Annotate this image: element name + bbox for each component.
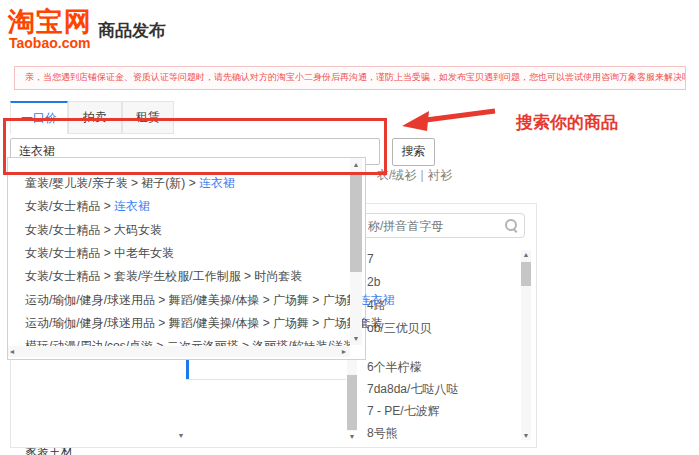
suggestion-item[interactable]: 女装/女士精品 > 中老年女装 [25,243,174,263]
suggestion-path: 女装/女士精品 > 中老年女装 [25,246,174,260]
tab-auction[interactable]: 拍卖 [68,101,122,134]
suggestion-highlight: 连衣裙 [114,199,150,213]
suggestion-item[interactable]: 童装/婴儿装/亲子装 > 裙子(新) > 连衣裙 [25,173,235,193]
scrollbar-thumb[interactable] [347,375,357,430]
suggestion-path: 运动/瑜伽/健身/球迷用品 > 舞蹈/健美操/体操 > 广场舞 > 广场舞套装 [25,316,383,330]
scrollbar-up-arrow[interactable]: ▲ [520,250,532,260]
suggestion-item[interactable]: 女装/女士精品 > 大码女装 [25,220,162,240]
scrollbar-down-arrow[interactable]: ▼ [175,431,187,441]
selected-category-underline [186,379,346,380]
annotation-label: 搜索你的商品 [516,111,618,134]
brand-item[interactable]: 7da8da/七哒八哒 [367,379,458,399]
dropdown-hscrollbar-track[interactable] [8,346,350,357]
suggestion-path: 模玩/动漫/周边/cos/桌游 > 二次元洛丽塔 > 洛丽塔/软妹装/洋装 [25,339,355,346]
scrollbar-left-arrow[interactable]: ◄ [6,347,18,357]
scrollbar-thumb[interactable] [521,262,531,286]
brand-item[interactable]: 6个半柠檬 [367,357,422,377]
suggestion-item[interactable]: 女装/女士精品 > 连衣裙 [25,196,150,216]
suggestion-path: 运动/瑜伽/健身/球迷用品 > 舞蹈/健美操/体操 > 广场舞 > 广场舞 [25,293,359,307]
brand-item[interactable]: 7 [367,249,374,269]
selected-category-indicator [186,357,189,380]
recent-category-links[interactable]: 衣/绒衫｜衬衫 [377,167,452,184]
suggestion-item[interactable]: 运动/瑜伽/健身/球迷用品 > 舞蹈/健美操/体操 > 广场舞 > 广场舞连衣裙 [25,290,395,310]
taobao-logo-domain[interactable]: Taobao.com [9,35,90,51]
suggestion-highlight: 连衣裙 [199,176,235,190]
scrollbar-down-arrow[interactable]: ▼ [350,334,362,344]
scrollbar-up-arrow[interactable]: ▲ [350,160,362,170]
suggestion-item[interactable]: 运动/瑜伽/健身/球迷用品 > 舞蹈/健美操/体操 > 广场舞 > 广场舞套装 [25,313,383,333]
brand-item[interactable]: 8号熊 [367,423,398,443]
suggestion-path: 童装/婴儿装/亲子装 > 裙子(新) > [25,176,199,190]
scrollbar-down-arrow[interactable]: ▼ [346,432,358,442]
search-button[interactable]: 搜索 [392,138,435,166]
suggestion-item[interactable]: 女装/女士精品 > 套装/学生校服/工作制服 > 时尚套装 [25,266,302,286]
suggestion-path: 女装/女士精品 > [25,199,114,213]
suggestion-path: 女装/女士精品 > 大码女装 [25,223,162,237]
page-title: 商品发布 [98,19,166,42]
brand-item[interactable]: 2b [367,272,380,292]
scrollbar-right-arrow[interactable]: ► [338,347,350,357]
tab-fixed-price[interactable]: 一口价 [10,101,68,134]
suggestion-path: 女装/女士精品 > 套装/学生校服/工作制服 > 时尚套装 [25,269,302,283]
suggestion-item[interactable]: 模玩/动漫/周边/cos/桌游 > 二次元洛丽塔 > 洛丽塔/软妹装/洋装 [25,336,355,346]
suggestion-highlight: 连衣裙 [359,293,395,307]
taobao-product-publish-page: 淘宝网 Taobao.com 商品发布 亲，当您遇到店铺保证金、资质认证等问题时… [0,0,699,455]
brand-filter-input[interactable] [357,213,525,238]
brand-item[interactable]: 7 - PE/七波辉 [367,401,440,421]
dropdown-scrollbar-thumb[interactable] [350,172,362,272]
security-notice-bar: 亲，当您遇到店铺保证金、资质认证等问题时，请先确认对方的淘宝小二身份后再沟通，谨… [14,66,686,90]
scrollbar-down-arrow[interactable]: ▼ [520,431,532,441]
tab-lease[interactable]: 租赁 [122,101,174,134]
